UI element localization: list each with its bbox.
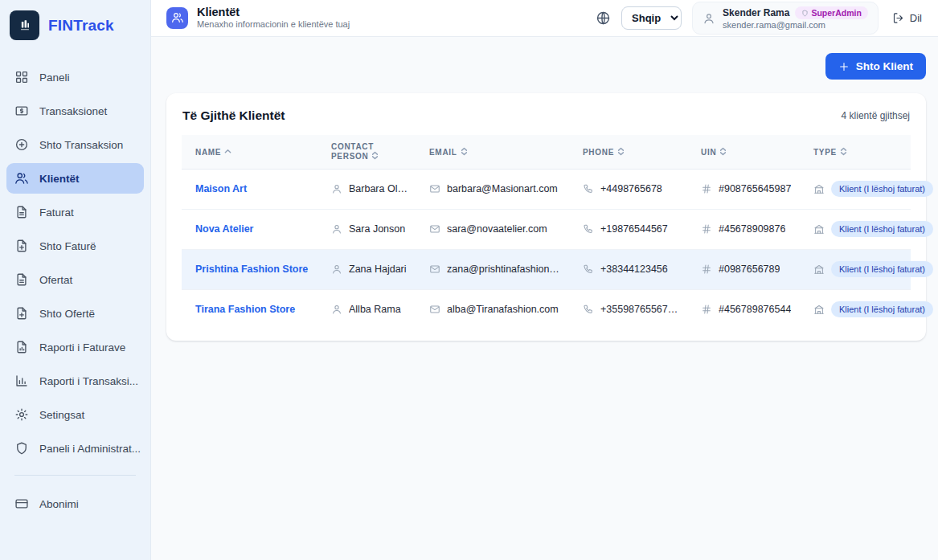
clients-table: NAMECONTACT PERSONEMAILPHONEUINTYPE Mais… (182, 135, 911, 329)
column-header-name[interactable]: NAME (182, 135, 317, 169)
column-header-contact-person[interactable]: CONTACT PERSON (317, 135, 416, 169)
bar-chart-icon (14, 374, 29, 388)
sort-ascending-icon (224, 147, 231, 156)
main-area: Klientët Menaxho informacionin e klientë… (151, 0, 938, 560)
table-header-row: NAMECONTACT PERSONEMAILPHONEUINTYPE (182, 135, 911, 169)
client-name-link[interactable]: Tirana Fashion Store (195, 304, 295, 315)
building-icon (813, 183, 825, 194)
content: Shto Klient Të Gjithë Klientët 4 klientë… (151, 37, 938, 560)
brand[interactable]: FINTrack (0, 0, 150, 51)
sidebar-item-faturat[interactable]: Faturat (6, 197, 144, 227)
mail-icon (429, 183, 440, 194)
sidebar-item-label: Setingsat (39, 409, 84, 421)
phone-icon (583, 264, 594, 275)
user-icon (331, 264, 342, 275)
logout-label: Dil (910, 12, 922, 24)
sidebar-divider (14, 475, 136, 476)
brand-name: FINTrack (48, 17, 114, 35)
client-name-link[interactable]: Maison Art (195, 183, 247, 194)
logout-button[interactable]: Dil (889, 7, 925, 29)
building-icon (813, 264, 825, 275)
add-client-button[interactable]: Shto Klient (825, 53, 926, 80)
user-chip[interactable]: Skender Rama SuperAdmin skender.rama@gma… (692, 2, 879, 35)
logout-icon (892, 12, 904, 24)
add-client-label: Shto Klient (856, 60, 913, 72)
sidebar: FINTrack PaneliTransaksionetShto Transak… (0, 0, 151, 560)
sidebar-item-setingsat[interactable]: Setingsat (6, 399, 144, 430)
credit-card-icon (14, 497, 29, 511)
column-header-type[interactable]: TYPE (800, 135, 911, 169)
client-type-badge: Klient (I lëshoj faturat) (831, 221, 933, 237)
building-icon (813, 223, 825, 235)
hash-icon (701, 223, 712, 235)
page-title: Klientët (197, 6, 350, 19)
client-type-badge: Klient (I lëshoj faturat) (831, 301, 933, 317)
language-select[interactable]: Shqip (621, 6, 682, 30)
sidebar-item-shto-faturë[interactable]: Shto Faturë (6, 231, 144, 261)
column-header-phone[interactable]: PHONE (569, 135, 687, 169)
sidebar-item-label: Raporti i Faturave (39, 341, 125, 354)
sidebar-nav: PaneliTransaksionetShto TransaksionKlien… (0, 51, 150, 560)
sidebar-item-transaksionet[interactable]: Transaksionet (6, 96, 144, 126)
plus-circle-icon (14, 137, 29, 152)
client-name-link[interactable]: Prishtina Fashion Store (195, 264, 308, 275)
sidebar-item-label: Ofertat (39, 274, 72, 286)
sidebar-item-klientët[interactable]: Klientët (6, 163, 144, 194)
sidebar-item-label: Klientët (39, 173, 80, 185)
sidebar-item-raporti-i-transaksi[interactable]: Raporti i Transaksi... (6, 366, 144, 396)
mail-icon (429, 264, 440, 275)
sort-toggle-icon (719, 147, 727, 156)
sidebar-item-raporti-i-faturave[interactable]: Raporti i Faturave (6, 332, 144, 362)
client-count: 4 klientë gjithsej (842, 110, 910, 121)
sidebar-item-paneli[interactable]: Paneli (6, 62, 144, 92)
sidebar-item-label: Shto Transaksion (39, 139, 123, 151)
phone-icon (583, 223, 594, 235)
card-title: Të Gjithë Klientët (182, 108, 285, 123)
sidebar-item-paneli-i-administrat[interactable]: Paneli i Administrat... (6, 433, 144, 464)
file-chart-icon (14, 340, 29, 354)
sidebar-item-label: Paneli i Administrat... (39, 443, 141, 455)
hash-icon (701, 264, 712, 275)
sidebar-item-label: Paneli (39, 72, 70, 84)
user-icon (331, 304, 342, 315)
page-subtitle: Menaxho informacionin e klientëve tuaj (197, 19, 350, 31)
column-header-email[interactable]: EMAIL (416, 135, 569, 169)
table-row[interactable]: Maison ArtBarbara Oliverbarbara@Masionar… (182, 169, 911, 209)
table-row[interactable]: Prishtina Fashion StoreZana Hajdarizana@… (182, 249, 911, 289)
sort-toggle-icon (617, 147, 625, 156)
sidebar-item-shto-ofertë[interactable]: Shto Ofertë (6, 298, 144, 329)
clients-card: Të Gjithë Klientët 4 klientë gjithsej NA… (166, 93, 926, 341)
gear-icon (14, 407, 29, 422)
sort-toggle-icon (461, 147, 468, 156)
column-header-uin[interactable]: UIN (687, 135, 800, 169)
globe-icon (596, 10, 611, 26)
users-icon (166, 7, 188, 29)
sidebar-item-label: Abonimi (39, 498, 79, 510)
client-type-badge: Klient (I lëshoj faturat) (831, 181, 933, 197)
phone-icon (583, 183, 594, 194)
plus-icon (838, 61, 850, 72)
topbar: Klientët Menaxho informacionin e klientë… (151, 0, 938, 37)
users-icon (14, 171, 29, 186)
sort-toggle-icon (371, 151, 379, 160)
fintrack-logo-icon (10, 10, 39, 40)
page-header: Klientët Menaxho informacionin e klientë… (166, 6, 350, 30)
user-icon (702, 12, 715, 25)
table-row[interactable]: Tirana Fashion StoreAllba Ramaalba@Tiran… (182, 289, 911, 329)
table-row[interactable]: Nova AtelierSara Jonsonsara@novaatelier.… (182, 209, 911, 249)
building-icon (813, 304, 825, 315)
sidebar-item-shto-transaksion[interactable]: Shto Transaksion (6, 129, 144, 160)
mail-icon (429, 304, 440, 315)
shield-icon (14, 441, 29, 456)
phone-icon (583, 304, 594, 315)
shield-icon (801, 10, 809, 17)
file-plus-icon (14, 239, 29, 253)
hash-icon (701, 183, 712, 194)
topbar-right: Shqip Skender Rama SuperAdmin skender.ra… (596, 2, 925, 35)
role-badge-label: SuperAdmin (811, 8, 861, 18)
sidebar-item-abonimi[interactable]: Abonimi (6, 488, 144, 519)
sidebar-item-label: Shto Faturë (39, 240, 96, 252)
client-name-link[interactable]: Nova Atelier (195, 223, 253, 235)
sidebar-item-ofertat[interactable]: Ofertat (6, 264, 144, 295)
banknote-icon (14, 104, 29, 118)
